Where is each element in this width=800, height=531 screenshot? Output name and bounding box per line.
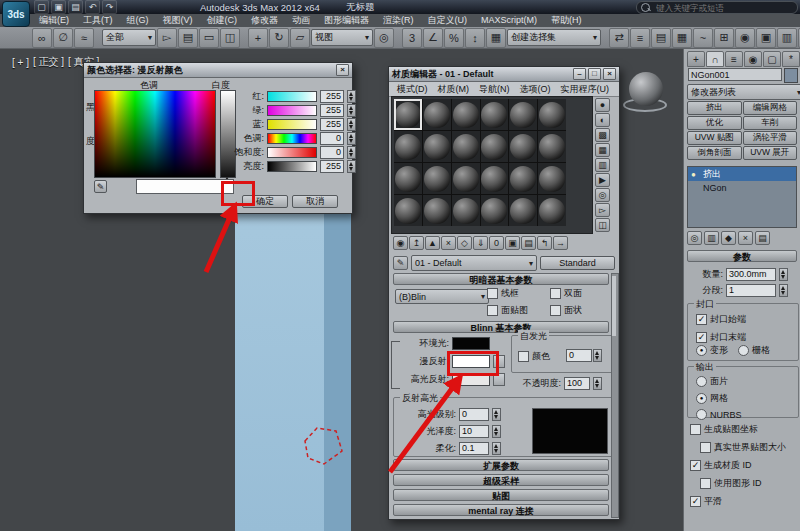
channel-spinner[interactable] [347,90,356,103]
select-by-material-icon[interactable]: ▻ [595,203,610,217]
object-color-swatch[interactable] [784,68,798,83]
material-sample-slot[interactable] [538,163,566,194]
video-color-check-icon[interactable]: ▥ [595,158,610,172]
material-editor-menu-item[interactable]: 导航(N) [474,83,515,96]
channel-spinner[interactable] [347,146,356,159]
menu-item[interactable]: 渲染(R) [376,14,421,27]
go-forward-to-sibling-icon[interactable]: → [553,236,568,250]
channel-slider[interactable] [267,133,317,144]
undo-icon[interactable]: ↶ [85,0,100,14]
highlight-value[interactable]: 0 [459,408,489,421]
minimize-icon[interactable]: – [573,68,586,80]
capping-checkbox[interactable]: ✓ 封口末端 [696,331,746,344]
mirror-icon[interactable]: ⇄ [609,28,629,48]
material-editor-menu-item[interactable]: 模式(D) [392,83,433,96]
material-sample-slot[interactable] [423,195,451,226]
layer-manager-icon[interactable]: ▤ [651,28,671,48]
menu-item[interactable]: 组(G) [120,14,156,27]
capping-radio[interactable]: 栅格 [738,344,770,357]
material-sample-slot[interactable] [538,99,566,130]
channel-slider[interactable] [267,105,317,116]
select-by-name-icon[interactable]: ▤ [178,28,198,48]
material-sample-slot[interactable] [509,163,537,194]
segments-spinner[interactable] [779,284,788,297]
rollout-header[interactable]: 超级采样 [393,474,609,486]
modifier-button[interactable]: 车削 [743,116,798,130]
modifier-button[interactable]: 挤出 [687,101,742,115]
segments-value[interactable]: 1 [726,284,776,297]
graphite-ribbon-icon[interactable]: ▦ [672,28,692,48]
tab-utilities-icon[interactable]: * [782,51,800,67]
material-sample-slot[interactable] [481,163,509,194]
material-editor-icon[interactable]: ◉ [735,28,755,48]
option-checkbox[interactable]: 真实世界贴图大小 [700,441,786,454]
unlink-selection-icon[interactable]: ∅ [53,28,73,48]
render-setup-icon[interactable]: ▣ [756,28,776,48]
make-preview-icon[interactable]: ▶ [595,173,610,187]
shader-flag-checkbox[interactable]: 面状 [550,304,613,317]
close-icon[interactable]: × [336,64,349,76]
channel-value[interactable]: 0 [320,132,344,145]
use-pivot-point-center-icon[interactable]: ◎ [374,28,394,48]
highlight-spinner[interactable] [492,408,501,421]
channel-spinner[interactable] [347,132,356,145]
material-editor-menu-item[interactable]: 材质(M) [433,83,475,96]
named-selection-sets-icon[interactable]: ▦ [486,28,506,48]
channel-spinner[interactable] [347,104,356,117]
lightbulb-icon[interactable]: ● [691,170,700,179]
material-name-dropdown[interactable]: 01 - Default ▾ [411,255,537,271]
self-illumination-value[interactable]: 0 [566,349,592,362]
menu-item[interactable]: 视图(V) [156,14,200,27]
material-id-channel-icon[interactable]: 0 [489,236,504,250]
output-radio[interactable]: 面片 [696,375,742,388]
modifier-button[interactable]: UVW 贴图 [687,131,742,145]
schematic-view-icon[interactable]: ⊞ [714,28,734,48]
modifier-stack-item[interactable]: NGon [688,181,796,195]
material-editor-menu-item[interactable]: 选项(O) [515,83,556,96]
selection-filter-dropdown[interactable]: 全部 ▾ [102,29,156,46]
highlight-spinner[interactable] [492,425,501,438]
percent-snap-icon[interactable]: % [444,28,464,48]
pick-material-from-object-icon[interactable]: ✎ [393,256,408,270]
material-sample-slot[interactable] [509,131,537,162]
show-map-in-viewport-icon[interactable]: ▣ [505,236,520,250]
rollout-header[interactable]: 扩展参数 [393,459,609,471]
background-icon[interactable]: ▩ [595,128,610,142]
sample-uv-tiling-icon[interactable]: ▦ [595,143,610,157]
menu-item[interactable]: 帮助(H) [544,14,589,27]
channel-value[interactable]: 255 [320,160,344,173]
channel-slider[interactable] [267,161,317,172]
help-search-box[interactable] [636,1,798,14]
menu-item[interactable]: 工具(T) [76,14,120,27]
material-sample-slot[interactable] [394,99,422,130]
blinn-basic-params-rollout[interactable]: Blinn 基本参数 [393,321,609,333]
named-selection-sets-dropdown[interactable]: 创建选择集 ▾ [507,29,601,46]
align-icon[interactable]: ≡ [630,28,650,48]
tab-display-icon[interactable]: ▢ [763,51,781,67]
material-editor-menu-item[interactable]: 实用程序(U) [556,83,615,96]
show-end-result-icon[interactable]: ▥ [704,231,719,245]
channel-slider[interactable] [267,119,317,130]
object-name-field[interactable]: NGon001 [688,68,782,81]
select-and-scale-icon[interactable]: ▱ [290,28,310,48]
hue-saturation-field[interactable] [94,90,216,178]
shader-flag-checkbox[interactable]: 双面 [550,287,613,300]
eyedropper-icon[interactable]: ✎ [94,180,107,193]
option-checkbox[interactable]: ✓ 平滑 [690,495,786,508]
material-sample-slot[interactable] [394,163,422,194]
material-sample-slot[interactable] [423,99,451,130]
modifier-button[interactable]: 编辑网格 [743,101,798,115]
shader-type-dropdown[interactable]: (B)Blin ▾ [395,289,489,304]
channel-slider[interactable] [267,91,317,102]
shader-flag-checkbox[interactable]: 线框 [487,287,550,300]
material-sample-slot[interactable] [509,195,537,226]
material-sample-slot[interactable] [481,131,509,162]
material-sample-slot[interactable] [481,195,509,226]
select-and-rotate-icon[interactable]: ↻ [269,28,289,48]
material-editor-titlebar[interactable]: 材质编辑器 - 01 - Default – □ × [389,67,619,82]
viewport-label[interactable]: [ 正交 ] [33,55,64,69]
option-checkbox[interactable]: ✓ 生成材质 ID [690,459,786,472]
modifier-button[interactable]: 涡轮平滑 [743,131,798,145]
rendered-frame-icon[interactable]: ▥ [777,28,797,48]
opacity-spinner[interactable] [593,377,602,390]
